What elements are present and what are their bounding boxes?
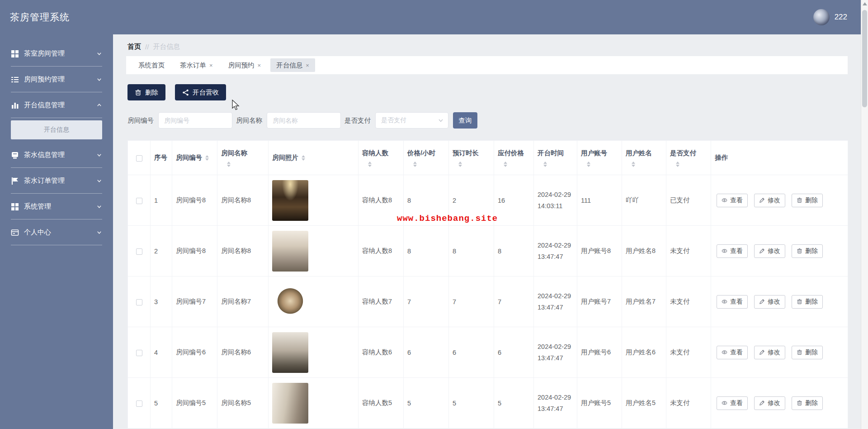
cell-room-name: 房间名称8 <box>217 175 269 226</box>
delete-row-button[interactable]: 删除 <box>792 194 823 207</box>
view-button[interactable]: 查看 <box>717 346 748 359</box>
paid-select[interactable]: 是否支付 <box>375 112 448 129</box>
sidebar-item-tea-info-management[interactable]: 茶水信息管理 <box>0 142 113 168</box>
breadcrumb-home[interactable]: 首页 <box>127 43 141 51</box>
sidebar-item-personal-center[interactable]: 个人中心 <box>0 219 113 245</box>
sort-icon[interactable] <box>676 162 679 167</box>
view-button[interactable]: 查看 <box>717 396 748 410</box>
sort-icon[interactable] <box>227 162 231 167</box>
sidebar-item-tea-order-management[interactable]: 茶水订单管理 <box>0 168 113 194</box>
sidebar-subitem-opening-info[interactable]: 开台信息 <box>11 120 102 139</box>
cell-duration: 5 <box>449 378 494 429</box>
sort-icon[interactable] <box>504 162 507 167</box>
toolbar: 删除 开台营收 <box>127 84 848 100</box>
sort-icon[interactable] <box>413 162 417 167</box>
sort-icon[interactable] <box>368 162 372 167</box>
cell-time: 2024-02-29 13:47:47 <box>534 378 577 429</box>
col-price: 价格/小时 <box>407 149 445 157</box>
row-checkbox[interactable] <box>136 198 142 204</box>
cell-user-name: 用户姓名7 <box>622 276 666 327</box>
edit-button[interactable]: 修改 <box>754 396 785 410</box>
sort-icon[interactable] <box>302 155 305 161</box>
edit-button[interactable]: 修改 <box>754 295 785 309</box>
room-photo[interactable] <box>272 180 308 221</box>
view-button[interactable]: 查看 <box>717 194 748 207</box>
chevron-down-icon <box>96 229 102 235</box>
user-area[interactable]: 222 <box>813 9 847 25</box>
edit-button-label: 修改 <box>768 399 780 407</box>
tab-opening-info[interactable]: 开台信息 × <box>270 58 315 72</box>
cell-room-no: 房间编号6 <box>172 327 217 378</box>
row-checkbox[interactable] <box>136 248 142 255</box>
delete-row-button[interactable]: 删除 <box>792 295 823 309</box>
col-payable: 应付价格 <box>498 149 530 157</box>
row-checkbox[interactable] <box>136 350 142 356</box>
tab-label: 茶水订单 <box>180 61 206 70</box>
col-time: 开台时间 <box>538 149 573 157</box>
cell-time: 2024-02-29 13:47:47 <box>534 226 577 276</box>
sidebar-item-label: 个人中心 <box>24 228 51 237</box>
delete-row-button[interactable]: 删除 <box>792 396 823 410</box>
row-checkbox[interactable] <box>136 299 142 305</box>
tab-close-icon[interactable]: × <box>306 62 309 68</box>
eye-icon <box>722 197 727 203</box>
view-button[interactable]: 查看 <box>717 244 748 258</box>
room-name-input[interactable] <box>267 112 341 129</box>
sort-icon[interactable] <box>205 155 209 161</box>
search-button[interactable]: 查询 <box>453 112 477 129</box>
cell-price: 5 <box>404 378 449 429</box>
tab-room-reservation[interactable]: 房间预约 × <box>222 58 267 72</box>
tab-close-icon[interactable]: × <box>258 62 261 68</box>
eye-icon <box>722 248 727 254</box>
chevron-down-icon <box>96 204 102 210</box>
sort-icon[interactable] <box>543 162 547 167</box>
avatar[interactable] <box>813 9 830 25</box>
room-photo[interactable] <box>272 231 308 272</box>
delete-row-button[interactable]: 删除 <box>792 244 823 258</box>
col-paid: 是否支付 <box>670 149 707 157</box>
delete-row-button-label: 删除 <box>805 399 818 407</box>
col-room-no: 房间编号 <box>176 153 202 162</box>
room-photo[interactable] <box>272 332 308 373</box>
edit-button[interactable]: 修改 <box>754 194 785 207</box>
revenue-button[interactable]: 开台营收 <box>175 84 226 100</box>
tab-tea-orders[interactable]: 茶水订单 × <box>174 58 219 72</box>
scroll-up-icon[interactable] <box>863 2 867 5</box>
select-all-checkbox[interactable] <box>136 155 142 162</box>
col-capacity: 容纳人数 <box>362 149 400 157</box>
delete-row-button[interactable]: 删除 <box>792 346 823 359</box>
app-title: 茶房管理系统 <box>10 11 70 24</box>
scrollbar-thumb[interactable] <box>862 10 867 107</box>
delete-row-button-label: 删除 <box>805 247 818 255</box>
sort-icon[interactable] <box>458 162 462 167</box>
sidebar-item-tea-room-management[interactable]: 茶室房间管理 <box>0 41 113 67</box>
edit-button[interactable]: 修改 <box>754 346 785 359</box>
sort-icon[interactable] <box>587 162 590 167</box>
room-no-input[interactable] <box>158 112 232 129</box>
sidebar-item-opening-info-management[interactable]: 开台信息管理 <box>0 92 113 118</box>
view-button-label: 查看 <box>730 298 743 306</box>
sidebar-item-label: 茶水信息管理 <box>24 151 65 159</box>
table-row: 3 房间编号7 房间名称7 容纳人数7 7 7 7 2024-02-29 13:… <box>128 276 848 327</box>
col-operations: 操作 <box>715 154 728 161</box>
room-photo[interactable] <box>272 383 308 424</box>
room-photo[interactable] <box>272 281 308 322</box>
cell-time: 2024-02-29 13:47:47 <box>534 276 577 327</box>
delete-button[interactable]: 删除 <box>127 84 165 100</box>
sort-icon[interactable] <box>632 162 635 167</box>
flag-icon <box>11 177 19 185</box>
sidebar-item-label: 茶水订单管理 <box>24 176 65 185</box>
scrollbar[interactable] <box>861 0 868 429</box>
tab-close-icon[interactable]: × <box>209 62 213 68</box>
view-button[interactable]: 查看 <box>717 295 748 309</box>
sidebar-item-room-reservation-management[interactable]: 房间预约管理 <box>0 67 113 92</box>
table-header-row: 序号 房间编号 房间名称 房间照片 容纳人数 价格/小时 预订时长 应付价格 开… <box>128 141 848 175</box>
cell-paid-status: 未支付 <box>666 378 711 429</box>
tab-system-home[interactable]: 系统首页 <box>132 58 170 72</box>
username: 222 <box>835 13 847 22</box>
col-room-photo: 房间照片 <box>272 153 298 162</box>
cell-paid-status: 未支付 <box>666 327 711 378</box>
sidebar-item-system-management[interactable]: 系统管理 <box>0 194 113 219</box>
edit-button[interactable]: 修改 <box>754 244 785 258</box>
row-checkbox[interactable] <box>136 400 142 407</box>
